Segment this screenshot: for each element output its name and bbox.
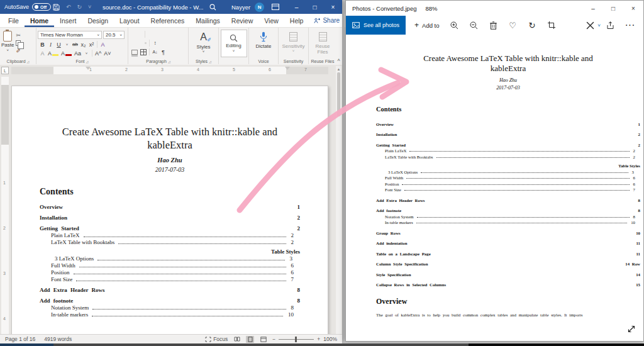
horizontal-ruler[interactable]: 1234567: [11, 67, 328, 74]
font-name-select[interactable]: Times New Roman˅: [38, 31, 102, 39]
scrollbar-thumb[interactable]: [337, 72, 340, 116]
avatar[interactable]: N: [255, 3, 264, 12]
web-layout-button[interactable]: [259, 336, 267, 343]
redo-icon[interactable]: ↻: [77, 4, 82, 10]
tab-layout[interactable]: Layout: [114, 14, 145, 27]
numbering-icon[interactable]: [136, 33, 138, 35]
more-icon[interactable]: ···: [620, 16, 640, 35]
align-left-icon[interactable]: [131, 42, 133, 44]
zoom-out-icon[interactable]: −: [272, 336, 275, 342]
word-count[interactable]: 4919 words: [44, 336, 72, 342]
see-all-photos-button[interactable]: See all photos: [346, 16, 406, 35]
copy-icon[interactable]: [16, 40, 21, 46]
grow-font-button[interactable]: A^: [95, 50, 101, 57]
align-center-icon[interactable]: [136, 42, 138, 44]
tab-design[interactable]: Design: [82, 14, 114, 27]
tab-mailings[interactable]: Mailings: [190, 14, 226, 27]
minimize-button[interactable]: –: [583, 1, 603, 16]
bullets-icon[interactable]: [131, 33, 133, 35]
favorite-icon[interactable]: ♡: [503, 16, 523, 35]
search-icon[interactable]: [209, 0, 216, 14]
show-marks-icon[interactable]: ¶: [160, 49, 166, 55]
subscript-button[interactable]: x₂: [80, 42, 86, 48]
decrease-indent-icon[interactable]: [148, 33, 150, 35]
print-layout-button[interactable]: [246, 336, 254, 343]
collapse-ribbon-icon[interactable]: ˄: [337, 57, 340, 63]
clipboard-launcher-icon[interactable]: ◿: [27, 60, 30, 64]
highlight-button[interactable]: A: [48, 50, 58, 57]
add-to-button[interactable]: + Add to: [414, 21, 439, 30]
font-color-button[interactable]: A: [61, 50, 72, 57]
document-page[interactable]: Create Awesome LaTeX Table with knitr::k…: [11, 86, 328, 334]
justify-icon[interactable]: [145, 42, 147, 44]
paste-button[interactable]: Paste ˅: [1, 31, 14, 52]
vertical-scrollbar[interactable]: ▲: [336, 66, 341, 334]
minimize-button[interactable]: –: [287, 0, 306, 14]
zoom-slider-thumb[interactable]: [295, 337, 297, 342]
multilevel-list-icon[interactable]: [140, 33, 142, 35]
align-right-icon[interactable]: [140, 42, 142, 44]
photo-image[interactable]: Create Awesome LaTeX Table with knitr::k…: [376, 35, 640, 317]
increase-indent-icon[interactable]: [152, 33, 154, 35]
scroll-up-icon[interactable]: ▲: [337, 67, 341, 71]
page-indicator[interactable]: Page 1 of 16: [5, 336, 35, 342]
tab-home[interactable]: Home: [25, 14, 54, 27]
tab-view[interactable]: View: [258, 14, 284, 27]
clear-formatting-button[interactable]: A: [100, 42, 106, 48]
rotate-icon[interactable]: ↻: [523, 16, 542, 35]
styles-launcher-icon[interactable]: ◿: [209, 60, 211, 64]
tab-help[interactable]: Help: [284, 14, 309, 27]
shading-icon[interactable]: [131, 50, 138, 55]
tab-file[interactable]: File: [3, 14, 25, 27]
focus-button[interactable]: Focus: [205, 336, 228, 342]
styles-button[interactable]: Styles: [197, 44, 211, 50]
crop-icon[interactable]: [542, 16, 562, 35]
zoom-level[interactable]: 100%: [323, 336, 337, 342]
text-effects-button[interactable]: A: [40, 50, 45, 57]
zoom-out-icon[interactable]: [464, 16, 484, 35]
superscript-button[interactable]: x²: [89, 42, 94, 48]
font-size-select[interactable]: 20.5˅: [103, 31, 125, 39]
zoom-in-icon[interactable]: [445, 16, 464, 35]
autosave-control[interactable]: AutoSave Off: [4, 0, 51, 14]
bold-button[interactable]: B: [40, 42, 45, 48]
cut-icon[interactable]: ✂: [16, 32, 21, 38]
paragraph-launcher-icon[interactable]: ◿: [168, 60, 170, 64]
ribbon-display-options-icon[interactable]: [272, 0, 279, 14]
strikethrough-button[interactable]: ab: [72, 42, 78, 47]
italic-button[interactable]: I: [48, 42, 53, 48]
customize-qat-icon[interactable]: ˅: [88, 4, 91, 10]
zoom-in-icon[interactable]: +: [317, 336, 320, 342]
close-button[interactable]: ×: [623, 1, 643, 16]
line-spacing-icon[interactable]: ↕: [152, 40, 158, 46]
vertical-ruler[interactable]: 1234: [1, 77, 9, 334]
undo-icon[interactable]: ↶: [66, 4, 71, 10]
share-icon[interactable]: [601, 16, 620, 35]
underline-button[interactable]: U: [56, 42, 62, 48]
tab-references[interactable]: References: [145, 14, 191, 27]
autosave-toggle[interactable]: Off: [32, 3, 51, 11]
save-icon[interactable]: [53, 4, 60, 11]
font-launcher-icon[interactable]: ◿: [86, 60, 89, 64]
editing-button[interactable]: Editing ˅: [221, 30, 247, 57]
tab-selector-icon[interactable]: L: [1, 67, 9, 74]
zoom-slider[interactable]: [279, 339, 314, 340]
delete-icon[interactable]: [484, 16, 503, 35]
change-case-button[interactable]: Aa: [74, 50, 81, 57]
sort-icon[interactable]: A↓: [152, 50, 158, 54]
tab-review[interactable]: Review: [226, 14, 258, 27]
actual-size-icon[interactable]: [627, 325, 636, 333]
shrink-font-button[interactable]: A˅: [104, 50, 111, 57]
maximize-button[interactable]: □: [603, 1, 623, 16]
close-button[interactable]: ×: [324, 0, 342, 14]
dictate-button[interactable]: Dictate: [256, 31, 272, 49]
maximize-button[interactable]: □: [306, 0, 324, 14]
read-mode-button[interactable]: [233, 336, 241, 343]
styles-icon[interactable]: A✐: [200, 32, 207, 42]
borders-icon[interactable]: [140, 49, 147, 55]
underline-chevron-icon[interactable]: ˅: [64, 43, 70, 47]
account-control[interactable]: Nayyer N: [231, 0, 264, 14]
share-button[interactable]: Share: [309, 14, 345, 27]
case-chevron-icon[interactable]: ˅: [84, 52, 89, 55]
tab-insert[interactable]: Insert: [54, 14, 82, 27]
